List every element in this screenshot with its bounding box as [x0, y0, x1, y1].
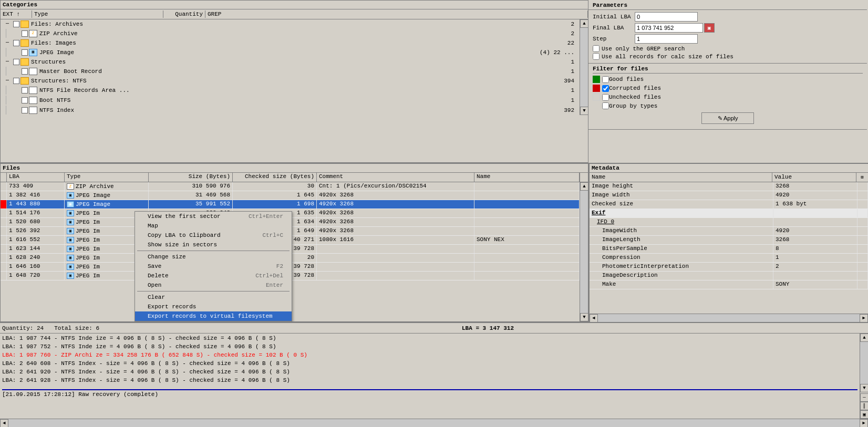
group-types-checkbox[interactable]	[602, 102, 609, 109]
row-checkbox[interactable]	[13, 40, 19, 46]
row-checkbox[interactable]	[22, 68, 28, 75]
col-lba-header[interactable]: LBA	[7, 173, 65, 182]
table-row[interactable]: 1 443 880 ▣ JPEG Image 35 991 552 1 698 …	[1, 200, 580, 209]
scroll-left-btn[interactable]: ◄	[590, 314, 598, 322]
meta-hscroll[interactable]: ◄ ►	[590, 314, 868, 322]
final-lba-input[interactable]	[635, 23, 703, 33]
folder-icon	[20, 20, 29, 28]
initial-lba-input[interactable]	[635, 12, 698, 22]
table-row[interactable]: 1 382 416 ▣ JPEG Image 31 469 568 1 645 …	[1, 191, 580, 200]
col-type-header[interactable]: Type	[65, 173, 149, 182]
ctx-save[interactable]: Save F2	[135, 262, 292, 271]
side-btn-3[interactable]: ▣	[860, 410, 868, 419]
scroll-down-btn[interactable]: ▼	[580, 313, 588, 321]
files-title: Files	[1, 164, 588, 173]
col-qty-header[interactable]: Quantity	[163, 11, 205, 18]
row-checkbox[interactable]	[22, 87, 28, 93]
col-comment-header[interactable]: Comment	[317, 173, 474, 182]
step-input[interactable]	[635, 34, 698, 44]
list-item[interactable]: NTFS File Records Area ... 1	[1, 85, 580, 95]
grep-only-checkbox[interactable]	[593, 45, 600, 52]
cell-comment	[317, 254, 474, 262]
tree-label: JPEG Image	[39, 49, 526, 56]
bottom-area: Quantity: 24 Total size: 6 LBA = 3 147 3…	[0, 322, 868, 427]
list-item[interactable]: Z ZIP Archive 2	[1, 28, 580, 38]
unchecked-files-checkbox[interactable]	[602, 94, 609, 101]
good-files-checkbox[interactable]	[602, 76, 609, 83]
scroll-up-btn[interactable]: ▲	[580, 182, 588, 191]
ctx-change-size[interactable]: Change size	[135, 252, 292, 262]
ctx-copy-lba[interactable]: Copy LBA to Clipboard Ctrl+C	[135, 231, 292, 240]
row-indicator	[1, 182, 7, 191]
files-vscroll[interactable]: ▲ ▼	[580, 182, 588, 321]
ctx-delete[interactable]: Delete Ctrl+Del	[135, 271, 292, 280]
ctx-export-virtual-fs[interactable]: Export records to virtual filesystem	[135, 311, 292, 321]
ctx-clear[interactable]: Clear	[135, 293, 292, 302]
list-item[interactable]: ─ Structures: NTFS 394	[1, 76, 580, 85]
list-item[interactable]: ─ Files: Images 22	[1, 38, 580, 47]
meta-col-icon-header: ⊞	[856, 173, 868, 182]
scroll-track[interactable]	[580, 191, 588, 313]
meta-name: Image width	[590, 191, 773, 200]
cell-name	[474, 272, 580, 280]
col-size-header[interactable]: Size (Bytes)	[149, 173, 233, 182]
list-item[interactable]: ─ Structures 1	[1, 57, 580, 66]
col-checked-header[interactable]: Checked size (Bytes)	[233, 173, 317, 182]
cell-comment: 4920x 3268	[317, 218, 474, 226]
list-item[interactable]: ─ Files: Archives 2	[1, 19, 580, 28]
log-vscroll[interactable]: ▲ ▼ — ║ ▣	[860, 334, 868, 419]
col-grep-header[interactable]: GREP	[205, 11, 588, 18]
ctx-show-size[interactable]: Show size in sectors	[135, 240, 292, 249]
side-btn-1[interactable]: —	[860, 393, 868, 402]
table-row[interactable]: 733 409 Z ZIP Archive 310 590 976 30 Cnt…	[1, 182, 580, 191]
scroll-right-btn[interactable]: ►	[860, 314, 868, 322]
meta-value: 1 638 byt	[773, 200, 857, 209]
side-btn-2[interactable]: ║	[860, 402, 868, 410]
col-ext-header[interactable]: EXT ↑	[1, 11, 32, 18]
meta-content: Image height 3268 Image width 4920 Check…	[590, 182, 868, 314]
log-suffix: ize = 4 096 B ( 8 S) - checked size = 4 …	[96, 343, 276, 350]
categories-vscroll[interactable]: ▲ ▼	[580, 19, 588, 115]
ctx-view-first-sector[interactable]: View the first sector Ctrl+Enter	[135, 212, 292, 221]
row-checkbox[interactable]	[22, 107, 28, 113]
list-item[interactable]: Boot NTFS 1	[1, 95, 580, 105]
tree-label: Structures: NTFS	[31, 78, 536, 84]
ctx-map[interactable]: Map	[135, 221, 292, 231]
scroll-track[interactable]	[860, 342, 868, 384]
row-checkbox[interactable]	[22, 30, 28, 37]
scroll-down-btn[interactable]: ▼	[580, 107, 588, 115]
meta-value: 1	[773, 254, 857, 262]
apply-button[interactable]: ✎ Apply	[701, 112, 754, 124]
scroll-up-btn[interactable]: ▲	[580, 19, 588, 28]
hscroll-track[interactable]	[8, 419, 860, 427]
meta-col-name-header[interactable]: Name	[590, 173, 772, 182]
meta-col-val-header[interactable]: Value	[772, 173, 856, 182]
meta-name: ImageWidth	[590, 227, 773, 235]
main-hscroll[interactable]: ◄ ►	[0, 419, 868, 427]
scroll-track[interactable]	[580, 28, 588, 107]
hscroll-right[interactable]: ►	[860, 419, 868, 427]
row-checkbox[interactable]	[13, 59, 19, 65]
scroll-up-btn[interactable]: ▲	[860, 334, 868, 342]
log-line-red: LBA: 1 987 760 - ZIP Archi ze = 334 258 …	[2, 351, 857, 360]
final-lba-browse-btn[interactable]: ▣	[704, 23, 715, 33]
list-item[interactable]: Master Boot Record 1	[1, 66, 580, 76]
scroll-down-btn[interactable]: ▼	[860, 384, 868, 392]
row-checkbox[interactable]	[13, 21, 19, 27]
use-all-checkbox[interactable]	[593, 53, 600, 60]
list-item[interactable]: NTFS Index 392	[1, 105, 580, 115]
corrupted-files-checkbox[interactable]	[602, 85, 609, 92]
row-checkbox[interactable]	[13, 78, 19, 84]
tree-line	[6, 106, 14, 114]
ctx-open[interactable]: Open Enter	[135, 280, 292, 290]
col-type-header[interactable]: Type	[32, 11, 163, 18]
list-item[interactable]: ▣ JPEG Image (4) 22 ...	[1, 47, 580, 57]
hscroll-left[interactable]: ◄	[0, 419, 8, 427]
col-name-header[interactable]: Name	[474, 173, 580, 182]
scroll-htrack[interactable]	[598, 314, 860, 322]
row-checkbox[interactable]	[22, 97, 28, 103]
ctx-export-records[interactable]: Export records	[135, 302, 292, 311]
row-indicator	[1, 272, 7, 280]
meta-icon-cell	[857, 227, 868, 235]
row-checkbox[interactable]	[22, 49, 28, 56]
